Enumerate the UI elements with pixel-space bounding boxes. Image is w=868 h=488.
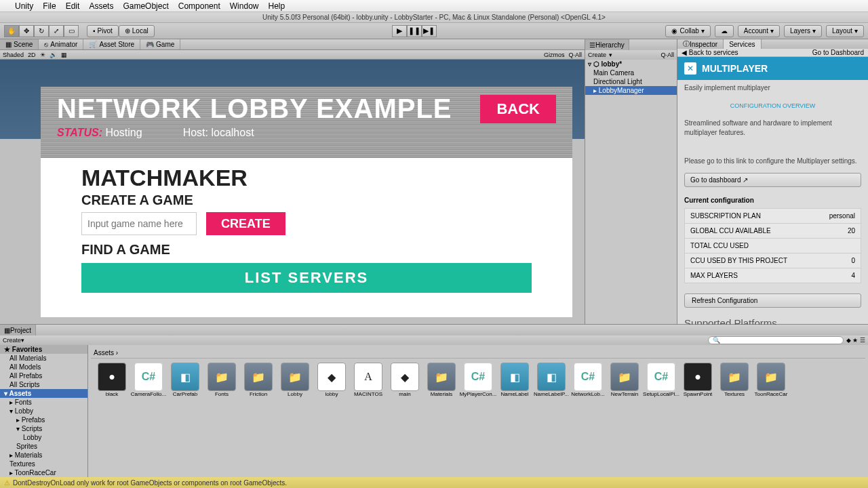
fav-scripts[interactable]: All Scripts — [0, 380, 87, 389]
asset-label: Textures — [724, 391, 745, 397]
cloud-button[interactable]: ☁ — [715, 25, 734, 37]
2d-toggle[interactable]: 2D — [28, 52, 36, 58]
asset-item[interactable]: 📁Lobby — [278, 363, 312, 397]
status-value: Hosting — [105, 127, 142, 138]
refresh-config-button[interactable]: Refresh Configuration — [684, 293, 861, 308]
menu-component[interactable]: Component — [178, 1, 220, 11]
tree-prefabs[interactable]: ▸ Prefabs — [0, 415, 87, 424]
asset-item[interactable]: C#MyPlayerCon... — [461, 363, 495, 397]
list-servers-button[interactable]: LIST SERVERS — [81, 263, 532, 293]
asset-item[interactable]: ●black — [95, 363, 129, 397]
hand-tool[interactable]: ✋ — [4, 25, 19, 37]
fav-prefabs[interactable]: All Prefabs — [0, 371, 87, 380]
scene-search[interactable]: Q·All — [568, 52, 582, 58]
tab-animator[interactable]: ⎋ Animator — [39, 39, 83, 49]
tree-fonts[interactable]: ▸ Fonts — [0, 398, 87, 407]
asset-item[interactable]: ◧NameLabelP... — [534, 363, 568, 397]
asset-item[interactable]: ◧NameLabel — [498, 363, 532, 397]
fav-models[interactable]: All Models — [0, 363, 87, 371]
goto-dashboard-button[interactable]: Go to dashboard ↗ — [684, 173, 861, 187]
asset-item[interactable]: 📁Textures — [717, 363, 751, 397]
tree-materials[interactable]: ▸ Materials — [0, 451, 87, 460]
local-toggle[interactable]: ⊕ Local — [119, 25, 155, 37]
tree-scripts[interactable]: ▾ Scripts — [0, 424, 87, 433]
scene-root[interactable]: ▿ ⬡ lobby* — [585, 60, 677, 68]
matchmaker-title: MATCHMAKER — [81, 165, 532, 191]
warning-icon: ⚠ — [4, 479, 10, 487]
tab-hierarchy[interactable]: ☰ Hierarchy — [585, 39, 629, 50]
tree-scripts-lobby[interactable]: Lobby — [0, 433, 87, 442]
tree-sprites[interactable]: Sprites — [0, 442, 87, 451]
tab-inspector[interactable]: ⓘ Inspector — [677, 39, 724, 49]
asset-item[interactable]: ◆lobby — [315, 363, 349, 397]
pause-button[interactable]: ❚❚ — [407, 25, 422, 37]
create-button[interactable]: CREATE — [206, 212, 285, 235]
play-button[interactable]: ▶ — [392, 25, 407, 37]
find-game-label: FIND A GAME — [81, 242, 532, 258]
hierarchy-item-lobbymanager[interactable]: ▸ LobbyManager — [585, 86, 677, 95]
asset-item[interactable]: C#NetworkLob... — [571, 363, 605, 397]
audio-toggle[interactable]: 🔊 — [50, 52, 57, 58]
scene-view[interactable]: NETWORK LOBBY EXAMPLE BACK STATUS: Hosti… — [0, 60, 585, 324]
tree-lobby[interactable]: ▾ Lobby — [0, 407, 87, 415]
asset-label: ToonRaceCar — [755, 391, 788, 397]
layout-dropdown[interactable]: Layout ▾ — [826, 25, 864, 37]
gizmos-dropdown[interactable]: Gizmos — [544, 52, 565, 58]
tab-asset-store[interactable]: 🛒 Asset Store — [83, 39, 140, 49]
favorites-header[interactable]: ★ Favorites — [0, 345, 87, 354]
asset-item[interactable]: 📁Fonts — [205, 363, 239, 397]
asset-item[interactable]: 📁NewTerrain — [608, 363, 642, 397]
menu-unity[interactable]: Unity — [15, 1, 33, 11]
tab-scene[interactable]: ▦ Scene — [0, 39, 39, 49]
game-name-input[interactable] — [81, 212, 197, 235]
layers-dropdown[interactable]: Layers ▾ — [784, 25, 822, 37]
asset-item[interactable]: C#CameraFollo... — [132, 363, 165, 397]
pivot-toggle[interactable]: ▪ Pivot — [87, 25, 119, 37]
hierarchy-create[interactable]: Create — [588, 52, 606, 58]
menu-edit[interactable]: Edit — [66, 1, 80, 11]
assets-root[interactable]: ▾ Assets — [0, 389, 87, 398]
assets-breadcrumb[interactable]: Assets › — [91, 348, 865, 359]
rect-tool[interactable]: ▭ — [64, 25, 79, 37]
move-tool[interactable]: ✥ — [19, 25, 34, 37]
asset-item[interactable]: 📁Friction — [241, 363, 275, 397]
asset-item[interactable]: ◧CarPrefab — [168, 363, 202, 397]
project-search[interactable] — [708, 336, 844, 344]
hierarchy-item-camera[interactable]: Main Camera — [585, 68, 677, 77]
menu-help[interactable]: Help — [268, 1, 285, 11]
goto-dashboard-link[interactable]: Go to Dashboard — [812, 49, 864, 56]
menu-window[interactable]: Window — [230, 1, 259, 11]
asset-label: SetupLocalPl... — [643, 391, 679, 397]
asset-item[interactable]: AMACINTOS — [351, 363, 385, 397]
step-button[interactable]: ▶❚ — [422, 25, 437, 37]
back-button[interactable]: BACK — [480, 95, 556, 123]
asset-label: NewTerrain — [611, 391, 638, 397]
back-to-services[interactable]: ◀ Back to services — [682, 49, 738, 56]
light-toggle[interactable]: ☀ — [40, 52, 45, 58]
shading-dropdown[interactable]: Shaded — [3, 52, 24, 58]
menu-file[interactable]: File — [43, 1, 56, 11]
account-dropdown[interactable]: Account ▾ — [738, 25, 780, 37]
project-filter-icons[interactable]: ◆ ★ ☰ — [846, 337, 865, 344]
scale-tool[interactable]: ⤢ — [49, 25, 64, 37]
menu-assets[interactable]: Assets — [89, 1, 113, 11]
asset-item[interactable]: 📁Materials — [425, 363, 458, 397]
asset-item[interactable]: ●SpawnPoint — [681, 363, 715, 397]
tree-toonracecar[interactable]: ▸ ToonRaceCar — [0, 468, 87, 477]
project-create[interactable]: Create — [3, 337, 21, 344]
fav-materials[interactable]: All Materials — [0, 354, 87, 363]
hierarchy-item-light[interactable]: Directional Light — [585, 77, 677, 86]
asset-item[interactable]: 📁ToonRaceCar — [754, 363, 788, 397]
tab-game[interactable]: 🎮 Game — [140, 39, 180, 49]
rotate-tool[interactable]: ↻ — [34, 25, 49, 37]
tab-project[interactable]: ▦ Project — [0, 325, 36, 336]
tab-services[interactable]: Services — [724, 39, 761, 49]
asset-item[interactable]: ◆main — [388, 363, 422, 397]
collab-dropdown[interactable]: ◉ Collab ▾ — [665, 25, 710, 37]
config-overview-link[interactable]: CONFIGURATION OVERVIEW — [677, 96, 868, 116]
fx-toggle[interactable]: ▦ — [61, 52, 67, 58]
asset-item[interactable]: C#SetupLocalPl... — [644, 363, 678, 397]
hierarchy-search[interactable]: Q·All — [660, 52, 674, 58]
menu-gameobject[interactable]: GameObject — [123, 1, 168, 11]
tree-textures[interactable]: Textures — [0, 460, 87, 468]
